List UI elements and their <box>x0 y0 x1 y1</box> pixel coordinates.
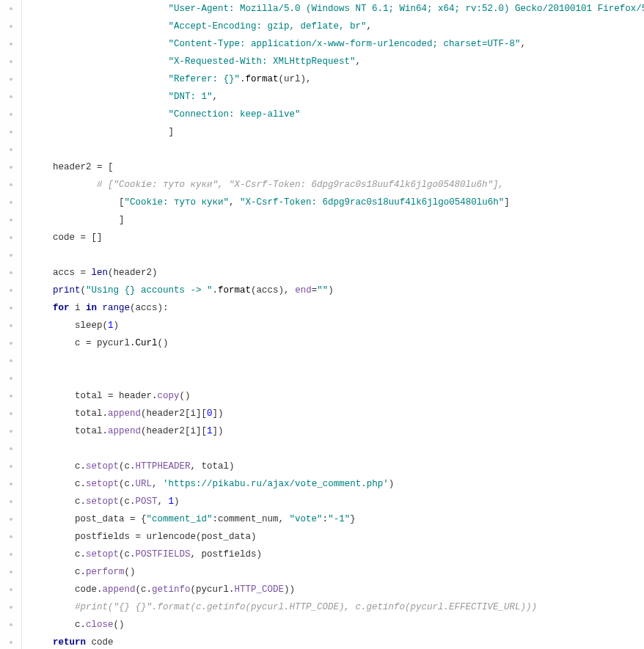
token-str: "Connection: keep-alive" <box>169 109 301 120</box>
token-call: close <box>86 620 114 630</box>
code-line[interactable]: c = pycurl.Curl() <box>31 334 644 352</box>
token-op: , <box>213 92 219 102</box>
token-name: urlencode(post_data) <box>147 532 257 542</box>
gutter-dot <box>0 616 21 634</box>
token-str: "User-Agent: Mozilla/5.0 (Windows NT 6.1… <box>169 4 644 14</box>
token-op: . <box>240 74 246 84</box>
gutter-dot <box>0 0 21 18</box>
code-line[interactable]: "Content-Type: application/x-www-form-ur… <box>31 35 644 53</box>
token-op: :comment_num, <box>213 514 290 524</box>
token-op: , <box>521 39 527 49</box>
token-str: "vote" <box>290 514 323 524</box>
code-editor[interactable]: "User-Agent: Mozilla/5.0 (Windows NT 6.1… <box>22 0 644 649</box>
token-op: [ <box>119 197 125 208</box>
gutter-dot <box>0 563 21 581</box>
code-line[interactable]: c.setopt(c.URL, 'https://pikabu.ru/ajax/… <box>31 475 644 493</box>
token-name: code <box>92 637 114 648</box>
code-line[interactable] <box>31 440 644 458</box>
code-line[interactable]: sleep(1) <box>31 317 644 334</box>
token-name: pycurl. <box>97 338 136 348</box>
code-line[interactable]: # ["Cookie: туто куки", "X-Csrf-Token: 6… <box>31 176 644 194</box>
token-op: (accs), <box>251 285 295 296</box>
code-line[interactable]: "Referer: {}".format(url), <box>31 70 644 88</box>
code-line[interactable]: c.setopt(c.POSTFIELDS, postfields) <box>31 546 644 563</box>
token-op: ]) <box>213 426 224 436</box>
token-call: append <box>103 584 136 595</box>
code-line[interactable]: post_data = {"comment_id":comment_num, "… <box>31 510 644 528</box>
code-line[interactable] <box>31 352 644 370</box>
token-call: HTTP_CODE <box>235 584 285 595</box>
token-name: c. <box>75 496 86 507</box>
token-fn: format <box>218 285 251 296</box>
token-str: "Accept-Encoding: gzip, deflate, br" <box>169 21 367 32</box>
token-call: copy <box>158 391 180 401</box>
token-op: ) <box>174 496 180 507</box>
code-line[interactable]: #print("{} {}".format(c.getinfo(pycurl.H… <box>31 598 644 616</box>
token-name: c. <box>75 620 86 630</box>
token-name: c. <box>75 461 86 472</box>
code-line[interactable]: c.close() <box>31 616 644 634</box>
token-op: () <box>125 567 136 577</box>
token-call: end <box>295 285 312 296</box>
code-line[interactable]: "X-Requested-With: XMLHttpRequest", <box>31 53 644 70</box>
token-op: ]) <box>213 408 224 419</box>
code-line[interactable]: print("Using {} accounts -> ".format(acc… <box>31 282 644 299</box>
token-name: c <box>75 338 86 348</box>
code-line[interactable] <box>31 370 644 387</box>
token-op: , total) <box>191 461 235 472</box>
code-line[interactable]: code.append(c.getinfo(pycurl.HTTP_CODE)) <box>31 581 644 598</box>
gutter-dot <box>0 53 21 70</box>
token-str: "X-Requested-With: XMLHttpRequest" <box>169 56 356 67</box>
code-line[interactable]: ] <box>31 123 644 141</box>
code-line[interactable]: ] <box>31 211 644 229</box>
code-line[interactable]: "DNT: 1", <box>31 88 644 106</box>
gutter-dot <box>0 352 21 370</box>
code-line[interactable]: for i in range(accs): <box>31 299 644 317</box>
token-op: (pycurl. <box>191 584 235 595</box>
gutter-dot <box>0 475 21 493</box>
code-line[interactable]: c.setopt(c.HTTPHEADER, total) <box>31 458 644 475</box>
code-line[interactable]: postfields = urlencode(post_data) <box>31 528 644 546</box>
gutter-dot <box>0 634 21 649</box>
code-line[interactable]: accs = len(header2) <box>31 264 644 282</box>
code-line[interactable]: c.perform() <box>31 563 644 581</box>
code-line[interactable]: ["Cookie: туто куки", "X-Csrf-Token: 6dp… <box>31 194 644 211</box>
code-line[interactable]: "User-Agent: Mozilla/5.0 (Windows NT 6.1… <box>31 0 644 18</box>
token-call: append <box>108 408 141 419</box>
token-call: POST <box>136 496 158 507</box>
token-call: perform <box>86 567 125 577</box>
token-op: (url), <box>279 74 312 84</box>
gutter-dot <box>0 387 21 405</box>
token-op: (c. <box>119 479 136 489</box>
token-name: header2 <box>53 162 97 172</box>
token-num: 1 <box>169 496 175 507</box>
code-line[interactable]: header2 = [ <box>31 158 644 176</box>
token-str: "comment_id" <box>147 514 213 524</box>
gutter-dot <box>0 88 21 106</box>
code-line[interactable]: total.append(header2[i][0]) <box>31 405 644 422</box>
code-line[interactable]: c.setopt(c.POST, 1) <box>31 493 644 510</box>
gutter-dot <box>0 317 21 334</box>
gutter-dot <box>0 246 21 264</box>
token-name: total <box>75 391 108 401</box>
token-op: (header2[i][ <box>141 408 207 419</box>
code-line[interactable]: code = [] <box>31 229 644 246</box>
token-comment: # ["Cookie: туто куки", "X-Csrf-Token: 6… <box>97 180 504 190</box>
code-line[interactable] <box>31 246 644 264</box>
code-line[interactable] <box>31 141 644 158</box>
code-line[interactable]: "Accept-Encoding: gzip, deflate, br", <box>31 18 644 35</box>
token-str: "X-Csrf-Token: 6dpg9rac0s18uuf4lk6jlgo05… <box>240 197 504 208</box>
gutter-dot <box>0 211 21 229</box>
code-line[interactable]: return code <box>31 634 644 649</box>
gutter-dot <box>0 510 21 528</box>
token-op: (c. <box>119 549 136 560</box>
token-op: () <box>114 620 125 630</box>
token-op: ] <box>169 127 175 137</box>
gutter-dot <box>0 141 21 158</box>
code-line[interactable]: "Connection: keep-alive" <box>31 106 644 123</box>
gutter-dot <box>0 493 21 510</box>
token-builtin: len <box>92 268 109 278</box>
code-line[interactable]: total = header.copy() <box>31 387 644 405</box>
code-line[interactable]: total.append(header2[i][1]) <box>31 422 644 440</box>
token-name: sleep( <box>75 320 108 331</box>
